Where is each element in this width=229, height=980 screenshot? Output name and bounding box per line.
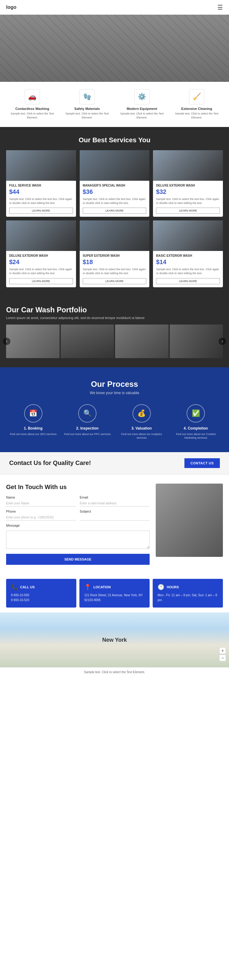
process-step-0: 📅 1. Booking Find out more about our SEO… [10, 404, 57, 440]
info-card-0: 📞 CALL US 8 800-10-5008 800-10-520 [6, 579, 76, 608]
contact-us-button[interactable]: CONTACT US [184, 458, 220, 468]
info-card-icon-1: 📍 [84, 584, 91, 590]
learn-more-button-5[interactable]: LEARN MORE [156, 278, 220, 284]
feature-title-1: Safety Materials [63, 107, 111, 111]
process-icon-3: ✅ [186, 404, 205, 423]
services-title: Our Best Services You [6, 136, 223, 144]
process-step-desc-2: Find out more about our Analytics servic… [118, 432, 165, 440]
email-label: Email [80, 495, 149, 499]
map-zoom-controls: + − [219, 647, 226, 661]
process-step-3: ✅ 4. Completion Find out more about our … [172, 404, 219, 440]
feature-item-3: 🧹 Extensive Cleaning Sample text. Click … [173, 89, 221, 119]
process-step-title-0: 1. Booking [10, 426, 57, 431]
name-label: Name [6, 495, 76, 499]
service-card-0: Full Service Wash $44 Sample text. Click… [6, 150, 76, 217]
subject-input[interactable] [80, 514, 149, 520]
service-card-5: Basic Exterior Wash $14 Sample text. Cli… [153, 220, 223, 287]
service-card-4: Super Exterior Wash $18 Sample text. Cli… [80, 220, 149, 287]
process-step-desc-0: Find out more about our SEO services [10, 432, 57, 436]
map-zoom-out-button[interactable]: − [219, 655, 226, 661]
info-card-icon-2: 🕐 [157, 584, 164, 590]
message-textarea[interactable] [6, 531, 149, 549]
cta-text: Contact Us for Quality Care! [9, 460, 91, 466]
logo: logo [6, 5, 16, 10]
feature-desc-3: Sample text. Click to select the Text El… [173, 112, 221, 119]
process-step-2: 💰 3. Valuation Find out more about our A… [118, 404, 165, 440]
info-card-icon-0: 📞 [11, 584, 18, 590]
service-price-2: $32 [156, 188, 220, 196]
services-section: Our Best Services You Full Service Wash … [0, 127, 229, 296]
process-step-title-3: 4. Completion [172, 426, 219, 431]
process-icon-0: 📅 [24, 404, 43, 423]
service-desc-1: Sample text. Click to select the text bo… [83, 197, 146, 205]
email-input[interactable] [80, 500, 149, 506]
learn-more-button-0[interactable]: LEARN MORE [9, 208, 73, 214]
service-price-5: $14 [156, 259, 220, 266]
feature-title-2: Modern Equipment [118, 107, 166, 111]
service-name-3: Deluxe Exterior Wash [9, 254, 73, 258]
service-image-5 [153, 220, 223, 251]
learn-more-button-4[interactable]: LEARN MORE [83, 278, 146, 284]
service-desc-5: Sample text. Click to select the text bo… [156, 267, 220, 275]
portfolio-title: Our Car Wash Portfolio [6, 305, 223, 314]
portfolio-image-1 [6, 325, 60, 358]
phone-label: Phone [6, 509, 76, 513]
info-card-title-1: LOCATION [94, 585, 111, 589]
learn-more-button-2[interactable]: LEARN MORE [156, 208, 220, 214]
contact-section: Get In Touch With us Name Email Phone Su… [0, 474, 229, 574]
service-name-1: Manager's Special Wash [83, 184, 146, 187]
service-image-2 [153, 150, 223, 181]
feature-title-3: Extensive Cleaning [173, 107, 221, 111]
portfolio-description: Lorem ipsum sit amet, consectetur adipis… [6, 316, 223, 320]
portfolio-gallery: ‹ › [6, 325, 223, 358]
service-image-3 [6, 220, 76, 251]
service-price-4: $18 [83, 259, 146, 266]
feature-item-1: 🧤 Safety Materials Sample text. Click to… [63, 89, 111, 119]
service-name-5: Basic Exterior Wash [156, 254, 220, 258]
map-label: New York [102, 636, 127, 643]
feature-icon-3: 🧹 [189, 89, 204, 104]
process-step-desc-1: Find out more about our PPC services [64, 432, 111, 436]
info-card-title-0: CALL US [20, 585, 35, 589]
portfolio-prev-button[interactable]: ‹ [3, 338, 10, 345]
phone-input[interactable] [6, 514, 76, 520]
portfolio-section: Our Car Wash Portfolio Lorem ipsum sit a… [0, 296, 229, 367]
feature-item-0: 🚗 Contactless Washing Sample text. Click… [8, 89, 56, 119]
map-zoom-in-button[interactable]: + [219, 647, 226, 654]
hero-image [0, 15, 229, 82]
info-card-1: 📍 LOCATION 121 Rock Street, 21 Avenue, N… [80, 579, 149, 608]
process-title: Our Process [6, 379, 223, 389]
portfolio-image-3 [115, 325, 169, 358]
portfolio-image-2 [61, 325, 114, 358]
service-card-3: Deluxe Exterior Wash $24 Sample text. Cl… [6, 220, 76, 287]
process-icon-1: 🔍 [78, 404, 97, 423]
service-image-4 [80, 220, 149, 251]
info-card-2: 🕐 HOURS Mon - Fri: 11 am – 8 pm; Sat, Su… [153, 579, 223, 608]
service-desc-0: Sample text. Click to select the text bo… [9, 197, 73, 205]
process-icon-2: 💰 [132, 404, 151, 423]
feature-item-2: ⚙️ Modern Equipment Sample text. Click t… [118, 89, 166, 119]
feature-icon-2: ⚙️ [134, 89, 149, 104]
service-price-0: $44 [9, 188, 73, 196]
contact-title: Get In Touch With us [6, 484, 149, 491]
subject-label: Subject [80, 509, 149, 513]
feature-icon-0: 🚗 [25, 89, 40, 104]
send-message-button[interactable]: SEND MESSAGE [6, 554, 149, 565]
info-card-content-0: 8 800-10-5008 800-10-520 [11, 593, 72, 603]
feature-icon-1: 🧤 [80, 89, 95, 104]
learn-more-button-1[interactable]: LEARN MORE [83, 208, 146, 214]
hamburger-menu-icon[interactable]: ☰ [217, 4, 223, 11]
feature-desc-0: Sample text. Click to select the Text El… [8, 112, 56, 119]
learn-more-button-3[interactable]: LEARN MORE [9, 278, 73, 284]
portfolio-next-button[interactable]: › [219, 338, 226, 345]
service-image-1 [80, 150, 149, 181]
info-card-title-2: HOURS [167, 585, 179, 589]
service-name-4: Super Exterior Wash [83, 254, 146, 258]
info-card-content-1: 121 Rock Street, 21 Avenue, New York, NY… [84, 593, 145, 603]
service-desc-3: Sample text. Click to select the text bo… [9, 267, 73, 275]
process-subtitle: We know your time is valuable [6, 391, 223, 395]
contact-image [156, 484, 223, 557]
map-section: New York + − [0, 612, 229, 667]
name-input[interactable] [6, 500, 76, 506]
footer: Sample text. Click to select the Text El… [0, 667, 229, 677]
